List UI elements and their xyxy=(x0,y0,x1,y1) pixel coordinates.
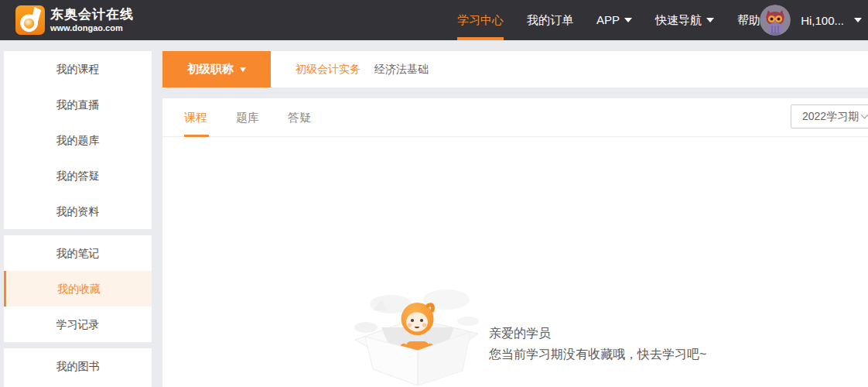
sidebar-item-my-notes[interactable]: 我的笔记 xyxy=(4,235,152,271)
subject-tabs: 初级会计实务 经济法基础 xyxy=(296,51,429,87)
sidebar-item-my-courses[interactable]: 我的课程 xyxy=(4,51,152,87)
sidebar-item-my-favorites[interactable]: 我的收藏 xyxy=(4,271,152,307)
chevron-down-icon xyxy=(706,18,714,22)
site-logo[interactable]: 东奥会计在线 www.dongao.com xyxy=(15,5,134,35)
nav-label: 学习中心 xyxy=(457,0,504,40)
subject-tab-economic-law[interactable]: 经济法基础 xyxy=(374,63,429,77)
content-tab-row: 课程 题库 答疑 2022学习期 xyxy=(162,98,868,137)
nav-label: 快速导航 xyxy=(655,0,702,40)
main-nav: 学习中心 我的订单 APP 快速导航 帮助 xyxy=(446,0,772,40)
empty-state-message: 亲爱的学员 您当前学习期没有收藏哦，快去学习吧~ xyxy=(489,323,706,365)
empty-state-line1: 亲爱的学员 xyxy=(489,323,706,344)
nav-item-my-orders[interactable]: 我的订单 xyxy=(515,0,585,40)
subject-tab-accounting-practice[interactable]: 初级会计实务 xyxy=(296,63,361,77)
chevron-down-icon xyxy=(240,67,246,72)
logo-subtitle: www.dongao.com xyxy=(50,23,134,33)
dongao-logo-icon xyxy=(15,5,45,35)
category-dropdown-junior-title[interactable]: 初级职称 xyxy=(162,51,271,87)
sidebar-group-books: 我的图书 xyxy=(4,348,152,387)
nav-item-app[interactable]: APP xyxy=(585,0,644,40)
sidebar-group-study: 我的课程 我的直播 我的题库 我的答疑 我的资料 xyxy=(4,51,152,229)
sidebar-item-my-live[interactable]: 我的直播 xyxy=(4,87,152,122)
nav-item-learning-center[interactable]: 学习中心 xyxy=(446,0,515,40)
category-label: 初级职称 xyxy=(187,62,234,77)
term-select-dropdown[interactable]: 2022学习期 xyxy=(791,104,868,128)
chevron-down-icon[interactable] xyxy=(854,18,862,22)
nav-label: 帮助 xyxy=(737,0,760,40)
main-area: 初级职称 初级会计实务 经济法基础 课程 题库 答疑 2022学习期 xyxy=(162,51,868,387)
logo-text: 东奥会计在线 www.dongao.com xyxy=(50,8,134,33)
tab-qa[interactable]: 答疑 xyxy=(288,98,311,137)
content-panel: 课程 题库 答疑 2022学习期 xyxy=(162,98,868,387)
sidebar-item-my-materials[interactable]: 我的资料 xyxy=(4,194,152,229)
chevron-down-icon xyxy=(624,18,632,22)
tab-courses[interactable]: 课程 xyxy=(184,98,207,137)
nav-label: APP xyxy=(596,0,620,40)
sidebar-item-my-answers[interactable]: 我的答疑 xyxy=(4,158,152,194)
sidebar: 我的课程 我的直播 我的题库 我的答疑 我的资料 我的笔记 我的收藏 学习记录 … xyxy=(4,51,152,387)
user-greeting[interactable]: Hi,100... xyxy=(801,14,844,27)
empty-state-line2: 您当前学习期没有收藏哦，快去学习吧~ xyxy=(489,344,706,365)
empty-box-illustration xyxy=(352,283,482,386)
sidebar-item-my-questions[interactable]: 我的题库 xyxy=(4,122,152,158)
sidebar-group-personal: 我的笔记 我的收藏 学习记录 xyxy=(4,235,152,342)
tab-question-bank[interactable]: 题库 xyxy=(236,98,259,137)
user-area: Hi,100... xyxy=(760,0,862,40)
user-avatar-owl[interactable] xyxy=(760,5,791,36)
nav-label: 我的订单 xyxy=(527,0,573,40)
top-header: 东奥会计在线 www.dongao.com 学习中心 我的订单 APP 快速导航… xyxy=(0,0,868,40)
term-select-value: 2022学习期 xyxy=(802,110,859,122)
subject-bar: 初级职称 初级会计实务 经济法基础 xyxy=(162,51,868,87)
nav-item-quick-nav[interactable]: 快速导航 xyxy=(644,0,726,40)
sidebar-item-my-books[interactable]: 我的图书 xyxy=(4,348,152,384)
sidebar-item-study-record[interactable]: 学习记录 xyxy=(4,307,152,342)
logo-title: 东奥会计在线 xyxy=(50,8,134,22)
chevron-down-icon xyxy=(861,111,868,119)
